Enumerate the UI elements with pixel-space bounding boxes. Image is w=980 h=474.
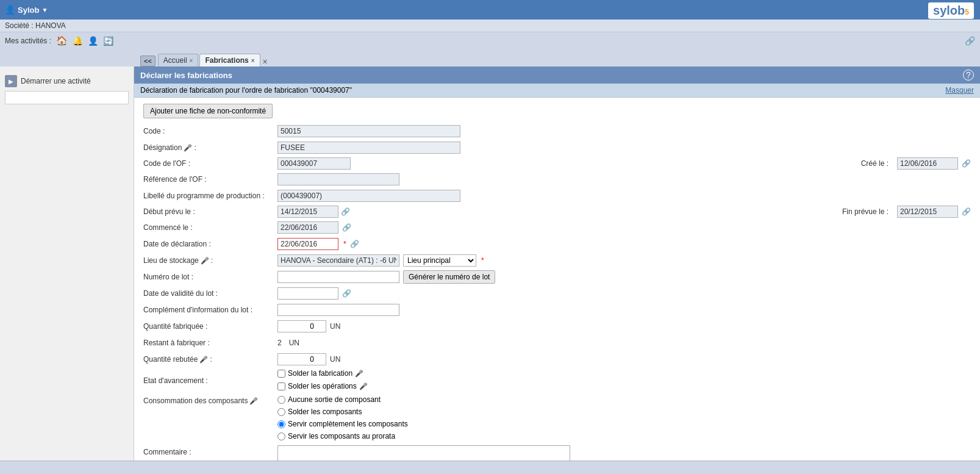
tabs-close-all[interactable]: ×	[263, 57, 268, 66]
code-of-input[interactable]	[277, 157, 351, 170]
solder-operations-mic-icon[interactable]: 🎤	[359, 382, 368, 390]
date-declaration-input[interactable]	[277, 238, 338, 250]
code-label: Code :	[143, 127, 277, 135]
sidebar-start-activity[interactable]: ▶ Démarrer une activité	[5, 71, 129, 91]
lieu-stockage-input[interactable]	[277, 254, 399, 267]
radio-servir-prorata-label: Servir les composants au prorata	[288, 432, 395, 440]
code-value-area	[277, 125, 971, 137]
tab-fabrications-label: Fabrications	[205, 56, 248, 65]
date-declaration-label: Date de déclaration :	[143, 240, 277, 248]
refresh-icon[interactable]: 🔄	[103, 36, 113, 46]
libelle-prog-label: Libellé du programme de production :	[143, 192, 277, 200]
ref-of-input[interactable]	[277, 173, 399, 185]
tab-accueil-label: Accueil	[163, 56, 187, 65]
date-validite-link-icon[interactable]: 🔗	[342, 289, 351, 298]
libelle-prog-input[interactable]	[277, 190, 460, 202]
fin-link-icon[interactable]: 🔗	[962, 207, 971, 216]
numero-lot-input[interactable]	[277, 271, 399, 283]
restant-row: Restant à fabriquer : 2 UN	[143, 336, 971, 350]
restant-unit: UN	[289, 339, 299, 347]
qte-fabriquee-label: Quantité fabriquée :	[143, 322, 277, 331]
generer-lot-button[interactable]: Générer le numéro de lot	[403, 270, 495, 284]
user-activity-icon[interactable]: 👤	[88, 36, 98, 46]
numero-lot-row: Numéro de lot : Générer le numéro de lot	[143, 270, 971, 284]
company-bar: Société : HANOVA	[0, 20, 980, 32]
commentaire-textarea[interactable]	[277, 445, 570, 461]
qte-fabriquee-row: Quantité fabriquée : UN	[143, 320, 971, 333]
sidebar-search-input[interactable]	[5, 91, 129, 104]
restant-value: 2	[277, 339, 282, 347]
code-of-row: Code de l'OF : Créé le : 🔗	[143, 157, 971, 170]
commentaire-wrapper	[277, 445, 570, 461]
sylob5-logo: sylob5	[928, 2, 974, 19]
qte-rebutee-input[interactable]	[277, 353, 326, 365]
solder-fabrication-checkbox[interactable]	[277, 370, 285, 378]
ref-of-row: Référence de l'OF :	[143, 173, 971, 186]
solder-operations-checkbox[interactable]	[277, 382, 285, 390]
bottom-bar	[0, 461, 980, 474]
start-activity-label: Démarrer une activité	[21, 77, 91, 85]
cree-le-link-icon[interactable]: 🔗	[962, 159, 971, 168]
company-label: Société : HANOVA	[5, 21, 66, 30]
commentaire-label: Commentaire :	[143, 445, 277, 456]
tab-fabrications[interactable]: Fabrications ×	[199, 54, 260, 66]
radio-aucune-group: Aucune sortie de composant	[277, 395, 381, 404]
start-activity-icon: ▶	[5, 75, 17, 87]
date-validite-label: Date de validité du lot :	[143, 289, 277, 298]
commence-link-icon[interactable]: 🔗	[342, 223, 351, 232]
designation-row: Désignation 🎤 :	[143, 141, 971, 154]
mes-activites-label: Mes activités :	[5, 37, 51, 45]
qte-fabriquee-input[interactable]	[277, 320, 326, 332]
consommation-label: Consommation des composants 🎤	[143, 395, 277, 405]
code-input[interactable]	[277, 125, 460, 137]
commence-le-label: Commencé le :	[143, 223, 277, 232]
radio-solder-input[interactable]	[277, 408, 285, 416]
complement-input[interactable]	[277, 304, 399, 316]
commence-le-input[interactable]	[277, 221, 338, 234]
debut-prevu-input[interactable]	[277, 206, 338, 218]
lieu-required: *	[481, 256, 484, 265]
qte-rebutee-label: Quantité rebutée 🎤 :	[143, 355, 277, 364]
complement-label: Complément d'information du lot :	[143, 306, 277, 314]
sidebar: ▶ Démarrer une activité	[0, 66, 134, 461]
numero-lot-label: Numéro de lot :	[143, 273, 277, 281]
designation-input[interactable]	[277, 142, 460, 154]
radio-servir-completement-input[interactable]	[277, 420, 285, 428]
radio-aucune-label: Aucune sortie de composant	[288, 395, 381, 404]
add-nc-button[interactable]: Ajouter une fiche de non-conformité	[143, 104, 273, 118]
sub-header-text: Déclaration de fabrication pour l'ordre …	[140, 86, 352, 95]
fin-prevue-input[interactable]	[897, 206, 958, 218]
radio-servir-prorata-input[interactable]	[277, 433, 285, 440]
help-icon[interactable]: ?	[963, 70, 974, 81]
top-bar: 👤 Sylob ▼ sylob5	[0, 0, 980, 20]
cree-le-input[interactable]	[897, 157, 958, 170]
consommation-mic-icon[interactable]: 🎤	[249, 397, 258, 405]
designation-mic-icon[interactable]: 🎤	[184, 144, 192, 152]
qte-rebutee-mic-icon[interactable]: 🎤	[199, 356, 208, 364]
home-icon[interactable]: 🏠	[56, 35, 68, 46]
tabs-bar: << Accueil × Fabrications × ×	[0, 49, 980, 66]
etat-avancement-label: Etat d'avancement :	[143, 376, 277, 385]
date-declaration-row: Date de déclaration : * 🔗	[143, 237, 971, 251]
lieu-type-select[interactable]: Lieu principal	[403, 254, 476, 267]
tab-accueil[interactable]: Accueil ×	[158, 54, 199, 66]
debut-link-icon[interactable]: 🔗	[341, 207, 350, 216]
solder-fabrication-mic-icon[interactable]: 🎤	[355, 370, 363, 378]
brand-dropdown-icon[interactable]: ▼	[41, 7, 48, 13]
section-title: Déclarer les fabrications	[140, 71, 232, 80]
masquer-button[interactable]: Masquer	[945, 86, 974, 95]
tab-fabrications-close[interactable]: ×	[251, 57, 255, 64]
form-area: Ajouter une fiche de non-conformité Code…	[134, 98, 980, 461]
radio-aucune-input[interactable]	[277, 396, 285, 404]
alert-icon[interactable]: 🔔	[73, 36, 83, 46]
tab-nav-back[interactable]: <<	[140, 56, 156, 66]
solder-operations-label: Solder les opérations	[288, 382, 357, 390]
qte-fabriquee-unit: UN	[330, 322, 340, 331]
designation-label: Désignation 🎤 :	[143, 143, 277, 152]
commence-le-row: Commencé le : 🔗	[143, 221, 971, 234]
date-declaration-link-icon[interactable]: 🔗	[350, 240, 359, 248]
lieu-mic-icon[interactable]: 🎤	[201, 257, 209, 265]
tab-accueil-close[interactable]: ×	[190, 57, 193, 64]
date-validite-input[interactable]	[277, 287, 338, 300]
link-icon[interactable]: 🔗	[965, 36, 975, 46]
